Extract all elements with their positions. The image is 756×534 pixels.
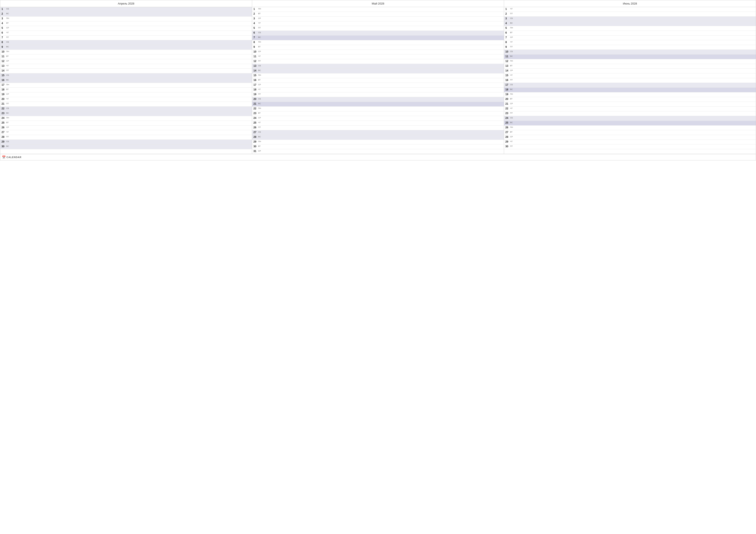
day-name: ПТ (510, 13, 513, 15)
day-name: ПН (510, 60, 513, 62)
day-name: ЧТ (510, 74, 513, 76)
day-row: 29СБ (0, 140, 252, 144)
day-number: 22 (2, 107, 6, 110)
day-row: 23ВС (0, 111, 252, 116)
day-number: 29 (254, 140, 258, 143)
day-name: ВТ (510, 32, 512, 34)
day-number: 27 (505, 131, 510, 134)
day-number: 8 (505, 41, 510, 44)
day-name: ПН (510, 126, 513, 128)
day-number: 17 (254, 83, 258, 86)
day-row: 14СР (504, 69, 756, 73)
day-name: СР (6, 27, 9, 29)
day-name: СБ (6, 140, 9, 142)
day-name: ПН (258, 8, 261, 10)
day-row: 29ЧТ (504, 140, 756, 144)
day-row: 25ЧТ (252, 121, 504, 126)
footer: 📅 CALENDAR (0, 154, 756, 160)
day-name: ЧТ (6, 64, 9, 67)
day-row: 1ПН (252, 7, 504, 12)
day-row: 1СБ (0, 7, 252, 12)
day-name: СБ (6, 107, 9, 109)
day-row: 27ВТ (504, 130, 756, 135)
day-row: 9ВС (0, 45, 252, 50)
day-row: 2ВТ (252, 12, 504, 16)
day-row: 15СБ (0, 73, 252, 78)
day-number: 7 (254, 36, 258, 39)
month-column-0: 1СБ2ВС3ПН4ВТ5СР6ЧТ7ПТ8СБ9ВС10ПН11ВТ12СР1… (0, 7, 252, 154)
day-number: 14 (254, 69, 258, 72)
day-name: ВС (510, 121, 513, 124)
day-row: 7ПТ (0, 36, 252, 40)
day-number: 16 (254, 79, 258, 82)
day-name: ПН (6, 50, 9, 53)
day-row: 24ПН (0, 116, 252, 121)
day-row: 17ПН (0, 83, 252, 88)
day-row: 7СР (504, 36, 756, 40)
day-number: 31 (254, 150, 258, 153)
day-row: 12ПТ (252, 59, 504, 64)
day-row: 3ПН (0, 16, 252, 21)
day-row: 29ПН (252, 140, 504, 144)
day-number: 14 (505, 69, 510, 72)
day-row: 8ПН (252, 40, 504, 45)
month-column-2: 1ЧТ2ПТ3СБ4ВС5ПН6ВТ7СР8ЧТ9ПТ10СБ11ВС12ПН1… (504, 7, 756, 154)
day-row: 27СБ (252, 130, 504, 135)
calendar-icon: 📅 (2, 156, 6, 159)
day-number: 23 (505, 112, 510, 115)
day-row: 28СР (504, 135, 756, 140)
day-number: 10 (254, 50, 258, 53)
day-number: 19 (2, 93, 6, 96)
day-row: 30ВТ (252, 144, 504, 149)
footer-label: CALENDAR (7, 156, 21, 159)
day-row: 25ВТ (0, 121, 252, 126)
day-number: 11 (254, 55, 258, 58)
day-name: ЧТ (258, 22, 261, 24)
day-number: 3 (505, 17, 510, 20)
day-number: 4 (505, 22, 510, 25)
day-row: 13ЧТ (0, 64, 252, 69)
day-number: 11 (505, 55, 510, 58)
day-row: 6ВТ (504, 31, 756, 36)
day-name: ЧТ (510, 107, 513, 109)
calendar-container: Апрель 2028Май 2028Июнь 2028 1СБ2ВС3ПН4В… (0, 0, 756, 161)
day-name: СР (510, 69, 513, 71)
day-row: 31СР (252, 149, 504, 154)
day-row: 24СБ (504, 116, 756, 121)
day-number: 17 (505, 83, 510, 86)
day-row: 8СБ (0, 40, 252, 45)
day-name: СР (258, 50, 261, 53)
day-name: ПН (6, 117, 9, 119)
day-row: 10СР (252, 50, 504, 55)
day-number: 1 (505, 8, 510, 11)
day-row: 19ПН (504, 92, 756, 97)
day-name: СР (258, 17, 261, 19)
day-number: 29 (2, 140, 6, 143)
day-number: 18 (2, 88, 6, 91)
day-name: СБ (6, 74, 9, 76)
day-row: 30ПТ (504, 144, 756, 149)
day-row: 1ЧТ (504, 7, 756, 12)
day-number: 3 (2, 17, 6, 20)
day-row: 19СР (0, 92, 252, 97)
day-number: 9 (2, 45, 6, 48)
day-row: 18ВС (504, 88, 756, 92)
day-name: ПТ (510, 112, 513, 114)
day-row: 20ЧТ (0, 97, 252, 102)
day-number: 30 (505, 145, 510, 148)
day-number: 15 (254, 74, 258, 77)
day-number: 7 (2, 36, 6, 39)
day-name: ВС (6, 145, 9, 147)
day-name: ПТ (258, 126, 261, 128)
day-row: 16ВС (0, 78, 252, 83)
calendar-header: Апрель 2028Май 2028Июнь 2028 (0, 0, 756, 7)
day-number: 8 (2, 41, 6, 44)
day-name: ВС (510, 22, 513, 24)
day-row: 24СР (252, 116, 504, 121)
day-row: 15ПН (252, 73, 504, 78)
day-name: ПН (258, 140, 261, 142)
day-name: ВТ (258, 13, 260, 15)
month-column-1: 1ПН2ВТ3СР4ЧТ5ПТ6СБ7ВС8ПН9ВТ10СР11ЧТ12ПТ1… (252, 7, 504, 154)
day-name: ПТ (258, 60, 261, 62)
day-name: СР (510, 36, 513, 38)
